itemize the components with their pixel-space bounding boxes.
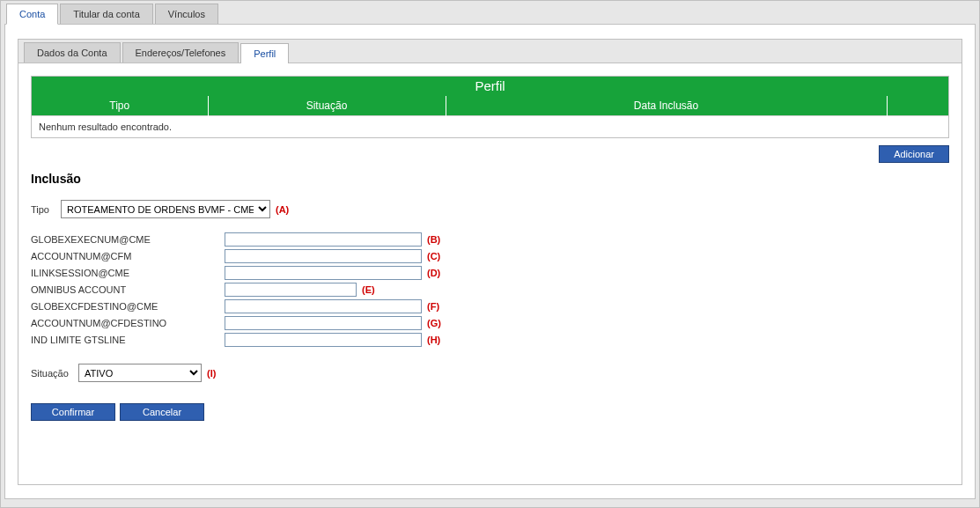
confirm-button[interactable]: Confirmar	[31, 403, 115, 421]
empty-msg: Nenhum resultado encontrado.	[32, 116, 948, 138]
row-ilinksession: ILINKSESSION@CME (D)	[31, 264, 949, 281]
perfil-table: Tipo Situação Data Inclusão Nenhum resul…	[32, 96, 948, 137]
marker-a: (A)	[276, 204, 289, 215]
row-situacao: Situação ATIVO (I)	[31, 364, 949, 382]
section-heading: Inclusão	[31, 172, 949, 186]
sub-tabs: Dados da Conta Endereços/Telefones Perfi…	[18, 39, 962, 63]
label-indlimite: IND LIMITE GTSLINE	[31, 335, 225, 345]
row-indlimite: IND LIMITE GTSLINE (H)	[31, 331, 949, 348]
label-tipo: Tipo	[31, 204, 57, 215]
tab-conta[interactable]: Conta	[6, 4, 58, 25]
marker-c: (C)	[427, 251, 440, 261]
label-omnibus: OMNIBUS ACCOUNT	[31, 284, 225, 295]
row-tipo: Tipo ROTEAMENTO DE ORDENS BVMF - CME (A)	[31, 200, 949, 218]
input-globexcfdestino[interactable]	[225, 299, 422, 313]
col-actions	[887, 96, 948, 116]
add-button[interactable]: Adicionar	[879, 145, 949, 163]
input-globexexecnum[interactable]	[225, 232, 422, 247]
marker-f: (F)	[427, 301, 439, 312]
row-omnibus: OMNIBUS ACCOUNT (E)	[31, 281, 949, 298]
row-accountnumcfm: ACCOUNTNUM@CFM (C)	[31, 247, 949, 264]
row-globexexecnum: GLOBEXEXECNUM@CME (B)	[31, 231, 949, 247]
input-accountnumcfdestino[interactable]	[225, 316, 422, 330]
mid-panel: Dados da Conta Endereços/Telefones Perfi…	[4, 24, 976, 499]
input-ilinksession[interactable]	[225, 266, 422, 280]
tab-enderecos[interactable]: Endereços/Telefones	[122, 42, 239, 63]
inner-frame: Perfil Tipo Situação Data Inclusão Nenhu…	[31, 76, 949, 138]
input-indlimite[interactable]	[225, 333, 422, 347]
row-globexcfdestino: GLOBEXCFDESTINO@CME (F)	[31, 298, 949, 314]
marker-g: (G)	[427, 318, 441, 328]
marker-b: (B)	[427, 234, 440, 245]
label-globexexecnum: GLOBEXEXECNUM@CME	[31, 234, 225, 245]
app-frame: Conta Titular da conta Vínculos Dados da…	[0, 0, 980, 508]
marker-e: (E)	[362, 284, 375, 295]
col-tipo[interactable]: Tipo	[32, 96, 208, 116]
field-grid: GLOBEXEXECNUM@CME (B) ACCOUNTNUM@CFM (C)…	[31, 231, 949, 348]
input-accountnumcfm[interactable]	[225, 249, 422, 263]
tab-dados-conta[interactable]: Dados da Conta	[24, 42, 121, 63]
action-row: Confirmar Cancelar	[31, 403, 949, 421]
input-omnibus[interactable]	[225, 283, 357, 297]
marker-d: (D)	[427, 268, 440, 278]
label-situacao: Situação	[31, 368, 75, 379]
table-row-empty: Nenhum resultado encontrado.	[32, 116, 948, 138]
select-tipo[interactable]: ROTEAMENTO DE ORDENS BVMF - CME	[61, 200, 270, 218]
row-accountnumcfdestino: ACCOUNTNUM@CFDESTINO (G)	[31, 314, 949, 331]
tab-titular[interactable]: Titular da conta	[60, 4, 152, 24]
tab-vinculos[interactable]: Vínculos	[155, 4, 218, 24]
col-situacao[interactable]: Situação	[208, 96, 446, 116]
label-accountnumcfm: ACCOUNTNUM@CFM	[31, 251, 225, 261]
cancel-button[interactable]: Cancelar	[120, 403, 204, 421]
panel-title: Perfil	[32, 77, 948, 96]
select-situacao[interactable]: ATIVO	[78, 364, 202, 382]
marker-h: (H)	[427, 335, 440, 345]
col-data-inclusao[interactable]: Data Inclusão	[446, 96, 887, 116]
content-wrap: Perfil Tipo Situação Data Inclusão Nenhu…	[18, 63, 962, 485]
add-row: Adicionar	[31, 145, 949, 163]
top-tabs: Conta Titular da conta Vínculos	[1, 1, 979, 24]
tab-perfil[interactable]: Perfil	[240, 43, 289, 63]
label-ilinksession: ILINKSESSION@CME	[31, 268, 225, 278]
label-globexcfdestino: GLOBEXCFDESTINO@CME	[31, 301, 225, 312]
label-accountnumcfdestino: ACCOUNTNUM@CFDESTINO	[31, 318, 225, 328]
marker-i: (I)	[207, 368, 216, 379]
